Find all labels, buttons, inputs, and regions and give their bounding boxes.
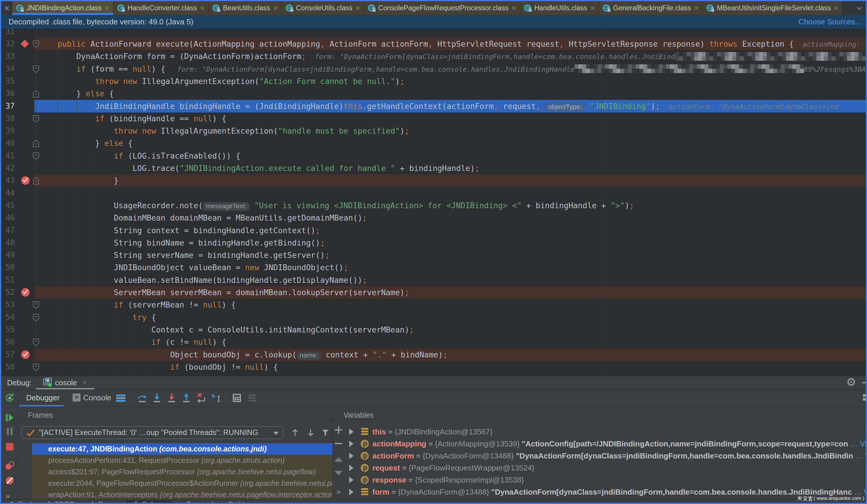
tool-window-button-3-find[interactable]: 3: Find [10, 500, 31, 503]
debug-session-tab[interactable]: cosole [55, 378, 77, 387]
line-number[interactable]: 46 [1, 211, 15, 224]
variable-row-actionForm[interactable]: actionForm = {DynaActionForm@13488} "Dyn… [345, 450, 866, 462]
verified-breakpoint-icon[interactable] [21, 288, 30, 297]
add-watch-icon[interactable] [335, 426, 342, 434]
stack-frame-row[interactable]: execute:2044, PageFlowRequestProcessor$A… [32, 478, 332, 489]
close-icon[interactable] [274, 6, 278, 10]
variable-row-response[interactable]: response = {ScopedResponseImpl@13538} [345, 474, 866, 486]
fold-start-marker[interactable] [33, 65, 39, 73]
close-icon[interactable] [834, 6, 838, 10]
line-number[interactable]: 58 [1, 361, 15, 373]
tool-window-button-4-run[interactable]: 4: Run [90, 500, 111, 503]
gear-icon[interactable]: ⚙ [845, 376, 857, 388]
drop-frame-icon[interactable] [196, 393, 206, 403]
line-number[interactable]: 38 [1, 112, 15, 125]
line-number[interactable]: 45 [1, 199, 15, 212]
editor-tab-consolepageflowrequestprocessor-class[interactable]: CConsolePageFlowRequestProcessor.class [364, 1, 520, 15]
force-step-into-icon[interactable] [166, 393, 177, 403]
line-number[interactable]: 49 [1, 249, 15, 261]
tab-console[interactable]: Console [83, 393, 111, 402]
layout-settings-icon[interactable] [247, 393, 257, 403]
choose-sources-link[interactable]: Choose Sources... [799, 17, 861, 26]
close-icon[interactable] [695, 6, 699, 10]
fold-start-marker[interactable] [33, 338, 39, 346]
tool-window-button-6-todo[interactable]: 6: TODO [47, 500, 75, 503]
tool-window-button-terminal[interactable]: Terminal [186, 500, 213, 503]
close-icon[interactable] [105, 6, 109, 10]
line-number[interactable]: 55 [1, 324, 15, 336]
line-number[interactable]: 53 [1, 298, 15, 311]
resume-icon[interactable] [4, 412, 15, 423]
editor-tab-mbeanutilsinitsinglefileservlet-class[interactable]: CMBeanUtilsInitSingleFileServlet.class [703, 1, 843, 15]
up-arrow-icon[interactable] [291, 428, 299, 437]
hidden-tabs-button[interactable] [853, 1, 866, 15]
move-down-icon[interactable] [334, 471, 343, 475]
method-breakpoint-icon[interactable] [21, 40, 29, 48]
expand-triangle-icon[interactable] [349, 428, 354, 435]
line-number[interactable]: 52 [1, 286, 15, 299]
thread-selector[interactable]: "[ACTIVE] ExecuteThread: '0' …oup "Poole… [21, 426, 283, 439]
variable-row-this[interactable]: this = {JNDIBindingAction@13567} [345, 426, 866, 438]
fold-start-marker[interactable] [33, 301, 39, 308]
expand-triangle-icon[interactable] [349, 465, 354, 471]
tool-window-button-5-debug[interactable]: 5: Debug [126, 500, 171, 503]
close-editor-button[interactable] [1, 1, 12, 15]
line-number[interactable]: 37 [1, 100, 15, 112]
fold-start-marker[interactable] [33, 115, 39, 122]
filter-icon[interactable] [321, 428, 330, 437]
code-editor[interactable]: 3132 public ActionForward execute(Action… [1, 29, 866, 376]
down-arrow-icon[interactable] [307, 428, 315, 437]
line-number[interactable]: 47 [1, 224, 15, 237]
line-number[interactable]: 39 [1, 124, 15, 137]
stack-frame-row[interactable]: execute:47, JNDIBindingAction (com.bea.c… [32, 443, 332, 454]
line-number[interactable]: 40 [1, 137, 15, 150]
editor-tab-handleconverter-class[interactable]: CHandleConverter.class [114, 1, 209, 15]
line-number[interactable]: 56 [1, 336, 15, 348]
variable-row-form[interactable]: form = {DynaActionForm@13488} "DynaActio… [345, 486, 866, 497]
line-number[interactable]: 51 [1, 274, 15, 286]
fold-end-marker[interactable] [33, 90, 39, 97]
view-value-link[interactable]: … View [848, 439, 866, 448]
more-icon[interactable]: » [336, 487, 341, 496]
step-over-icon[interactable] [137, 393, 148, 403]
editor-tab-handleutils-class[interactable]: CHandleUtils.class [520, 1, 599, 15]
expand-triangle-icon[interactable] [349, 440, 354, 447]
line-number[interactable]: 43 [1, 174, 15, 187]
pause-icon[interactable] [4, 426, 15, 437]
expand-triangle-icon[interactable] [349, 452, 354, 459]
evaluate-expression-icon[interactable] [232, 393, 242, 403]
verified-breakpoint-icon[interactable] [21, 350, 30, 359]
fold-start-marker[interactable] [33, 314, 39, 321]
line-number[interactable]: 54 [1, 311, 15, 324]
line-number[interactable]: 41 [1, 150, 15, 162]
close-icon[interactable] [591, 6, 595, 10]
editor-tab-consoleutils-class[interactable]: CConsoleUtils.class [282, 1, 364, 15]
stack-frame-row[interactable]: access$201:97, PageFlowRequestProcessor … [32, 466, 332, 478]
line-number[interactable]: 33 [1, 50, 15, 63]
view-value-link[interactable]: … View [852, 487, 866, 496]
stack-frame-row[interactable]: processActionPerform:431, RequestProcess… [32, 454, 332, 466]
line-number[interactable]: 59 [1, 373, 15, 376]
close-icon[interactable] [512, 6, 516, 10]
line-number[interactable]: 48 [1, 237, 15, 249]
view-breakpoints-icon[interactable] [4, 461, 15, 471]
line-number[interactable]: 35 [1, 75, 15, 88]
remove-watch-icon[interactable] [335, 443, 342, 444]
stop-icon[interactable] [4, 441, 15, 452]
threads-view-icon[interactable] [116, 393, 126, 403]
rerun-icon[interactable] [4, 393, 15, 403]
stack-frame-row[interactable]: wrapAction:91, ActionInterceptors (org.a… [32, 489, 332, 501]
fold-end-marker[interactable] [33, 177, 39, 184]
mute-breakpoints-icon[interactable] [4, 475, 15, 486]
line-number[interactable]: 32 [1, 37, 15, 50]
variable-row-request[interactable]: request = {PageFlowRequestWrapper@13524} [345, 462, 866, 474]
close-icon[interactable] [83, 381, 87, 385]
run-to-cursor-icon[interactable] [211, 393, 221, 403]
verified-breakpoint-icon[interactable] [21, 176, 30, 185]
tab-debugger[interactable]: Debugger [26, 393, 60, 402]
line-number[interactable]: 34 [1, 63, 15, 75]
line-number[interactable]: 57 [1, 348, 15, 361]
line-number[interactable]: 42 [1, 162, 15, 174]
line-number[interactable]: 36 [1, 87, 15, 100]
editor-tab-generalbackingfile-class[interactable]: CGeneralBackingFile.class [599, 1, 703, 15]
